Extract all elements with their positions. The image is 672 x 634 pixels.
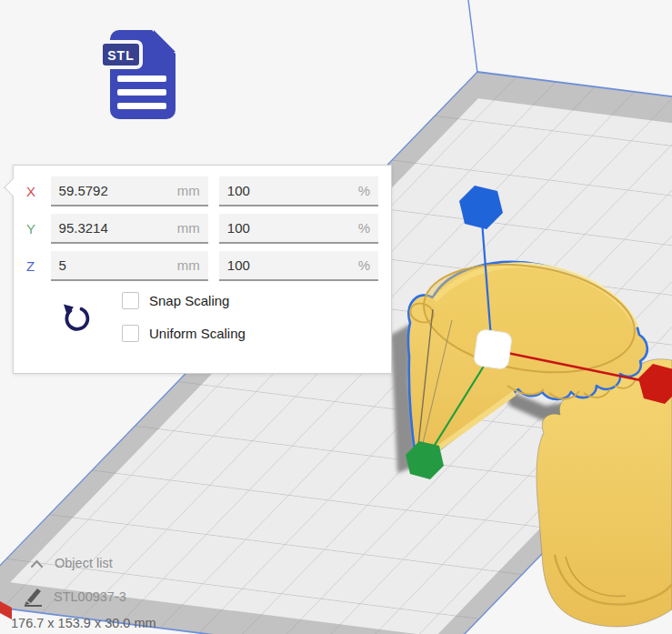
reset-scale-button[interactable] bbox=[59, 303, 92, 336]
object-list-item[interactable]: STL00937-3 bbox=[22, 587, 126, 607]
cura-window: STL X mm % Y mm % Z mm % bbox=[0, 0, 672, 634]
axis-label-z: Z bbox=[26, 258, 51, 274]
uniform-scaling-label: Uniform Scaling bbox=[149, 326, 246, 341]
uniform-scaling-row: Uniform Scaling bbox=[122, 323, 246, 343]
scale-tool-panel: X mm % Y mm % Z mm % bbox=[13, 165, 392, 374]
model-dimensions-label: 176.7 x 153.9 x 30.0 mm bbox=[11, 616, 156, 630]
scale-row-x: X mm % bbox=[26, 176, 378, 206]
object-list-item-label: STL00937-3 bbox=[54, 589, 126, 604]
scale-handle-center[interactable] bbox=[473, 329, 512, 370]
scale-x-mm-input[interactable] bbox=[51, 176, 208, 205]
pencil-icon bbox=[22, 587, 45, 607]
scale-row-z: Z mm % bbox=[26, 251, 378, 281]
scale-z-percent-input[interactable] bbox=[219, 251, 378, 279]
axis-label-x: X bbox=[26, 184, 51, 199]
chevron-up-icon bbox=[30, 559, 44, 569]
snap-scaling-checkbox[interactable] bbox=[122, 292, 139, 309]
snap-scaling-label: Snap Scaling bbox=[149, 293, 229, 308]
scale-y-percent-input[interactable] bbox=[219, 214, 378, 242]
build-volume-edge bbox=[468, 0, 477, 73]
scale-y-mm-input[interactable] bbox=[51, 214, 208, 242]
scale-z-mm-input[interactable] bbox=[51, 251, 208, 279]
axis-label-y: Y bbox=[26, 221, 51, 236]
object-list-header[interactable]: Object list bbox=[30, 556, 113, 570]
scale-row-y: Y mm % bbox=[26, 214, 378, 244]
stl-badge-label: STL bbox=[107, 48, 134, 63]
stl-file-icon: STL bbox=[97, 27, 181, 124]
scale-x-percent-input[interactable] bbox=[219, 176, 378, 205]
object-list-title: Object list bbox=[55, 556, 113, 570]
snap-scaling-row: Snap Scaling bbox=[122, 290, 246, 310]
reset-arrow-icon bbox=[59, 303, 92, 336]
uniform-scaling-checkbox[interactable] bbox=[122, 325, 139, 342]
